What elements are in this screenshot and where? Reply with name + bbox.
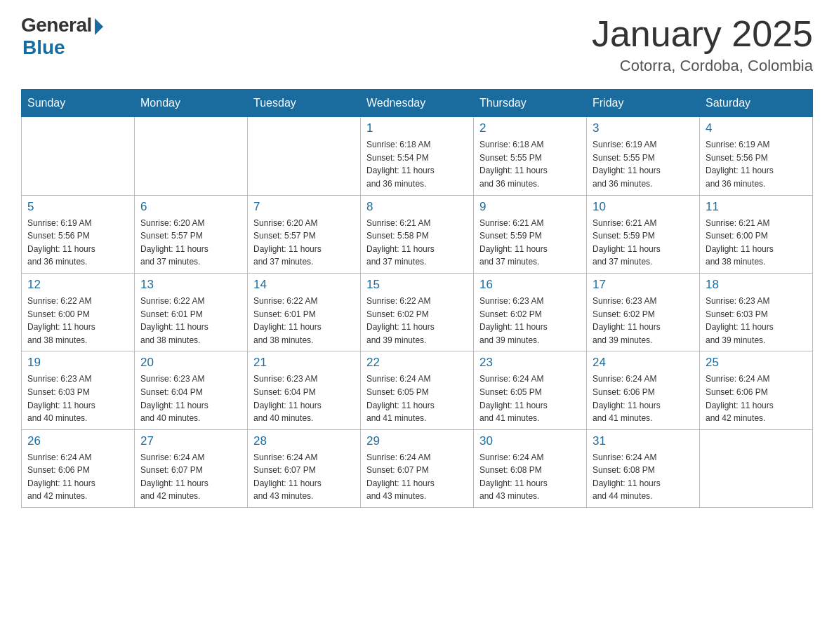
day-number: 30: [479, 434, 581, 448]
day-number: 20: [140, 356, 241, 370]
day-info: Sunrise: 6:22 AM Sunset: 6:01 PM Dayligh…: [253, 295, 355, 347]
day-info: Sunrise: 6:24 AM Sunset: 6:05 PM Dayligh…: [479, 373, 581, 424]
day-number: 3: [593, 121, 694, 135]
day-number: 15: [366, 278, 468, 292]
day-info: Sunrise: 6:23 AM Sunset: 6:03 PM Dayligh…: [706, 295, 807, 347]
calendar-cell: 7Sunrise: 6:20 AM Sunset: 5:57 PM Daylig…: [248, 195, 361, 273]
day-info: Sunrise: 6:23 AM Sunset: 6:04 PM Dayligh…: [140, 373, 241, 424]
calendar-cell: [135, 117, 248, 195]
title-area: January 2025 Cotorra, Cordoba, Colombia: [592, 14, 813, 75]
day-info: Sunrise: 6:23 AM Sunset: 6:03 PM Dayligh…: [27, 373, 128, 424]
calendar-table: SundayMondayTuesdayWednesdayThursdayFrid…: [21, 89, 813, 508]
logo-blue-text: Blue: [22, 36, 65, 59]
calendar-cell: 30Sunrise: 6:24 AM Sunset: 6:08 PM Dayli…: [474, 429, 587, 507]
calendar-cell: 22Sunrise: 6:24 AM Sunset: 6:05 PM Dayli…: [361, 351, 474, 429]
calendar-cell: 9Sunrise: 6:21 AM Sunset: 5:59 PM Daylig…: [474, 195, 587, 273]
day-number: 7: [253, 200, 355, 214]
calendar-cell: 29Sunrise: 6:24 AM Sunset: 6:07 PM Dayli…: [361, 429, 474, 507]
location-title: Cotorra, Cordoba, Colombia: [592, 57, 813, 75]
day-header-saturday: Saturday: [700, 90, 813, 117]
calendar-cell: 3Sunrise: 6:19 AM Sunset: 5:55 PM Daylig…: [587, 117, 700, 195]
logo-arrow-icon: [95, 18, 103, 35]
day-number: 27: [140, 434, 241, 448]
day-info: Sunrise: 6:21 AM Sunset: 5:59 PM Dayligh…: [479, 217, 581, 269]
day-number: 4: [706, 121, 807, 135]
day-number: 10: [593, 200, 694, 214]
day-number: 29: [366, 434, 468, 448]
day-headers-row: SundayMondayTuesdayWednesdayThursdayFrid…: [22, 90, 813, 117]
day-info: Sunrise: 6:24 AM Sunset: 6:07 PM Dayligh…: [366, 451, 468, 503]
calendar-cell: 24Sunrise: 6:24 AM Sunset: 6:06 PM Dayli…: [587, 351, 700, 429]
day-info: Sunrise: 6:22 AM Sunset: 6:00 PM Dayligh…: [27, 295, 128, 347]
day-info: Sunrise: 6:24 AM Sunset: 6:08 PM Dayligh…: [593, 451, 694, 503]
day-info: Sunrise: 6:24 AM Sunset: 6:08 PM Dayligh…: [479, 451, 581, 503]
logo: General Blue: [21, 14, 103, 59]
calendar-cell: 28Sunrise: 6:24 AM Sunset: 6:07 PM Dayli…: [248, 429, 361, 507]
day-info: Sunrise: 6:19 AM Sunset: 5:56 PM Dayligh…: [27, 217, 128, 269]
day-number: 16: [479, 278, 581, 292]
day-number: 23: [479, 356, 581, 370]
day-number: 2: [479, 121, 581, 135]
day-info: Sunrise: 6:23 AM Sunset: 6:04 PM Dayligh…: [253, 373, 355, 424]
day-info: Sunrise: 6:20 AM Sunset: 5:57 PM Dayligh…: [140, 217, 241, 269]
calendar-cell: 27Sunrise: 6:24 AM Sunset: 6:07 PM Dayli…: [135, 429, 248, 507]
day-info: Sunrise: 6:21 AM Sunset: 5:59 PM Dayligh…: [593, 217, 694, 269]
day-info: Sunrise: 6:20 AM Sunset: 5:57 PM Dayligh…: [253, 217, 355, 269]
day-info: Sunrise: 6:24 AM Sunset: 6:06 PM Dayligh…: [27, 451, 128, 503]
calendar-cell: 20Sunrise: 6:23 AM Sunset: 6:04 PM Dayli…: [135, 351, 248, 429]
day-info: Sunrise: 6:19 AM Sunset: 5:55 PM Dayligh…: [593, 138, 694, 190]
calendar-cell: 18Sunrise: 6:23 AM Sunset: 6:03 PM Dayli…: [700, 273, 813, 351]
day-header-wednesday: Wednesday: [361, 90, 474, 117]
calendar-cell: [248, 117, 361, 195]
day-number: 28: [253, 434, 355, 448]
week-row-2: 5Sunrise: 6:19 AM Sunset: 5:56 PM Daylig…: [22, 195, 813, 273]
day-info: Sunrise: 6:24 AM Sunset: 6:06 PM Dayligh…: [593, 373, 694, 424]
day-info: Sunrise: 6:22 AM Sunset: 6:01 PM Dayligh…: [140, 295, 241, 347]
calendar-cell: 13Sunrise: 6:22 AM Sunset: 6:01 PM Dayli…: [135, 273, 248, 351]
calendar-cell: 26Sunrise: 6:24 AM Sunset: 6:06 PM Dayli…: [22, 429, 135, 507]
calendar-cell: 2Sunrise: 6:18 AM Sunset: 5:55 PM Daylig…: [474, 117, 587, 195]
calendar-cell: 5Sunrise: 6:19 AM Sunset: 5:56 PM Daylig…: [22, 195, 135, 273]
day-info: Sunrise: 6:22 AM Sunset: 6:02 PM Dayligh…: [366, 295, 468, 347]
day-header-tuesday: Tuesday: [248, 90, 361, 117]
week-row-3: 12Sunrise: 6:22 AM Sunset: 6:00 PM Dayli…: [22, 273, 813, 351]
day-number: 9: [479, 200, 581, 214]
calendar-cell: 8Sunrise: 6:21 AM Sunset: 5:58 PM Daylig…: [361, 195, 474, 273]
day-number: 5: [27, 200, 128, 214]
day-header-sunday: Sunday: [22, 90, 135, 117]
day-info: Sunrise: 6:19 AM Sunset: 5:56 PM Dayligh…: [706, 138, 807, 190]
calendar-cell: 25Sunrise: 6:24 AM Sunset: 6:06 PM Dayli…: [700, 351, 813, 429]
day-number: 13: [140, 278, 241, 292]
day-number: 26: [27, 434, 128, 448]
day-number: 14: [253, 278, 355, 292]
day-info: Sunrise: 6:24 AM Sunset: 6:06 PM Dayligh…: [706, 373, 807, 424]
calendar-cell: 16Sunrise: 6:23 AM Sunset: 6:02 PM Dayli…: [474, 273, 587, 351]
week-row-1: 1Sunrise: 6:18 AM Sunset: 5:54 PM Daylig…: [22, 117, 813, 195]
day-info: Sunrise: 6:23 AM Sunset: 6:02 PM Dayligh…: [593, 295, 694, 347]
logo-general-text: General: [21, 14, 92, 36]
day-number: 22: [366, 356, 468, 370]
day-number: 24: [593, 356, 694, 370]
calendar-cell: 19Sunrise: 6:23 AM Sunset: 6:03 PM Dayli…: [22, 351, 135, 429]
day-number: 1: [366, 121, 468, 135]
week-row-4: 19Sunrise: 6:23 AM Sunset: 6:03 PM Dayli…: [22, 351, 813, 429]
day-number: 21: [253, 356, 355, 370]
calendar-cell: [700, 429, 813, 507]
page-header: General Blue January 2025 Cotorra, Cordo…: [21, 14, 813, 75]
calendar-cell: 6Sunrise: 6:20 AM Sunset: 5:57 PM Daylig…: [135, 195, 248, 273]
day-info: Sunrise: 6:21 AM Sunset: 5:58 PM Dayligh…: [366, 217, 468, 269]
day-number: 19: [27, 356, 128, 370]
day-number: 11: [706, 200, 807, 214]
day-number: 17: [593, 278, 694, 292]
day-header-thursday: Thursday: [474, 90, 587, 117]
calendar-cell: 15Sunrise: 6:22 AM Sunset: 6:02 PM Dayli…: [361, 273, 474, 351]
day-info: Sunrise: 6:24 AM Sunset: 6:07 PM Dayligh…: [140, 451, 241, 503]
day-number: 31: [593, 434, 694, 448]
calendar-cell: [22, 117, 135, 195]
calendar-cell: 23Sunrise: 6:24 AM Sunset: 6:05 PM Dayli…: [474, 351, 587, 429]
day-number: 18: [706, 278, 807, 292]
day-header-monday: Monday: [135, 90, 248, 117]
calendar-cell: 4Sunrise: 6:19 AM Sunset: 5:56 PM Daylig…: [700, 117, 813, 195]
day-info: Sunrise: 6:21 AM Sunset: 6:00 PM Dayligh…: [706, 217, 807, 269]
calendar-cell: 31Sunrise: 6:24 AM Sunset: 6:08 PM Dayli…: [587, 429, 700, 507]
